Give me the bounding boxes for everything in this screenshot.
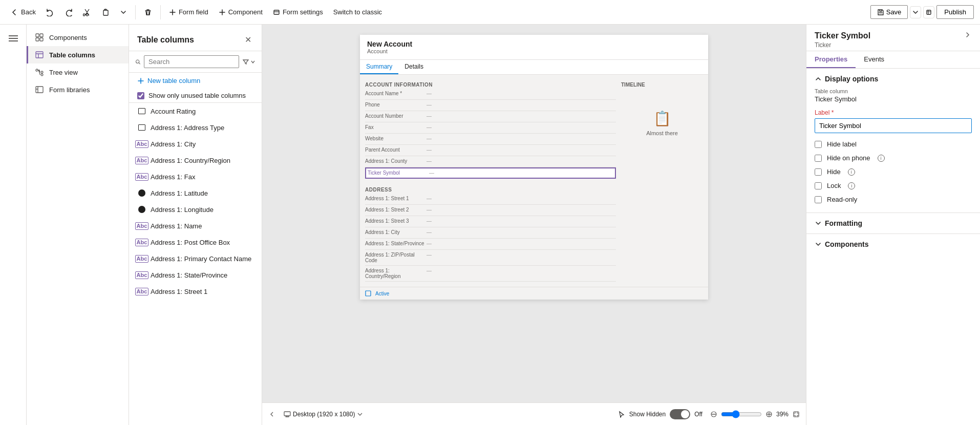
show-hidden-toggle[interactable] xyxy=(670,409,690,419)
right-panel-expand-button[interactable] xyxy=(964,31,972,40)
form-settings-button[interactable]: Form settings xyxy=(269,6,327,18)
nav-table-columns-label: Table columns xyxy=(49,51,95,59)
show-unused-checkbox[interactable] xyxy=(137,92,144,99)
zoom-out-icon[interactable] xyxy=(711,411,717,417)
dropdown-button[interactable] xyxy=(116,7,131,18)
toolbar-right: Save Publish xyxy=(870,5,974,19)
chevron-down-filter-icon xyxy=(250,59,255,65)
desktop-selector[interactable]: Desktop (1920 x 1080) xyxy=(284,411,363,418)
new-column-button[interactable]: New table column xyxy=(129,73,262,89)
filter-button[interactable] xyxy=(242,58,255,66)
zoom-slider[interactable] xyxy=(721,410,762,418)
column-item-address-street1[interactable]: Abc Address 1: Street 1 xyxy=(129,283,262,300)
undo-button[interactable] xyxy=(42,6,58,18)
form-row-account-number: Account Number — xyxy=(365,111,616,122)
nav-components-label: Components xyxy=(49,34,87,41)
lock-checkbox[interactable] xyxy=(815,182,822,189)
delete-button[interactable] xyxy=(140,6,156,18)
nav-item-tree-view[interactable]: Tree view xyxy=(27,63,129,81)
column-item-address-city[interactable]: Abc Address 1: City xyxy=(129,136,262,152)
column-item-address-type[interactable]: Address 1: Address Type xyxy=(129,119,262,136)
column-label: Address 1: Address Type xyxy=(151,124,253,132)
column-item-address-fax[interactable]: Abc Address 1: Fax ··· xyxy=(129,168,262,185)
formatting-section: Formatting xyxy=(806,213,980,233)
back-button[interactable]: Back xyxy=(6,6,40,18)
nav-item-table-columns[interactable]: Table columns xyxy=(27,46,129,63)
cursor-icon xyxy=(618,411,625,418)
form-field-button[interactable]: Form field xyxy=(165,6,212,18)
redo-icon xyxy=(65,8,73,16)
nav-item-form-libraries[interactable]: Form libraries xyxy=(27,81,129,98)
read-only-option: Read-only xyxy=(815,193,972,206)
tab-events[interactable]: Events xyxy=(856,51,892,68)
form-tab-summary[interactable]: Summary xyxy=(360,60,398,74)
display-options-header[interactable]: Display options xyxy=(815,75,972,83)
nav-item-components[interactable]: Components xyxy=(27,29,129,46)
form-row-address-county: Address 1: County — xyxy=(365,156,616,167)
zoom-in-icon[interactable] xyxy=(766,411,772,417)
label-text: Label xyxy=(815,109,829,116)
form-row-label: Website xyxy=(365,136,427,142)
hide-on-phone-option: Hide on phone i xyxy=(815,151,972,165)
show-unused-row[interactable]: Show only unused table columns xyxy=(129,89,262,103)
publish-expand-button[interactable] xyxy=(923,6,934,18)
hide-on-phone-info-icon[interactable]: i xyxy=(878,155,885,162)
svg-rect-2 xyxy=(927,10,931,14)
form-row-ticker-symbol[interactable]: Ticker Symbol — xyxy=(365,167,616,179)
hide-label-checkbox[interactable] xyxy=(815,141,822,148)
publish-button[interactable]: Publish xyxy=(936,5,974,19)
hide-checkbox[interactable] xyxy=(815,168,822,176)
formatting-header[interactable]: Formatting xyxy=(815,219,972,227)
back-label: Back xyxy=(21,8,36,16)
form-row-value: — xyxy=(427,207,432,214)
canvas-area: New Account Account Summary Details ACCO… xyxy=(262,25,806,425)
column-icon-select-2 xyxy=(137,123,146,132)
column-item-address-country[interactable]: Abc Address 1: Country/Region xyxy=(129,152,262,168)
form-row-label: Parent Account xyxy=(365,147,427,154)
fit-screen-icon[interactable] xyxy=(793,411,800,418)
form-tab-details[interactable]: Details xyxy=(398,60,430,74)
form-row-value: — xyxy=(427,268,432,279)
column-item-address-longitude[interactable]: Address 1: Longitude xyxy=(129,201,262,218)
form-row-label: Address 1: Street 3 xyxy=(365,218,427,225)
form-title: New Account xyxy=(367,40,701,48)
column-item-address-po-box[interactable]: Abc Address 1: Post Office Box xyxy=(129,234,262,250)
main-area: Components Table columns Tree view Form … xyxy=(0,25,980,425)
redo-button[interactable] xyxy=(60,6,77,18)
form-row-fax: Fax — xyxy=(365,122,616,134)
column-item-address-state[interactable]: Abc Address 1: State/Province xyxy=(129,267,262,283)
lock-info-icon[interactable]: i xyxy=(848,182,855,189)
label-input[interactable] xyxy=(815,118,972,133)
almost-there-text: Almost there xyxy=(646,130,678,136)
form-row-street3: Address 1: Street 3 — xyxy=(365,216,616,227)
monitor-icon xyxy=(284,411,291,418)
column-item-address-name[interactable]: Abc Address 1: Name xyxy=(129,218,262,234)
paste-button[interactable] xyxy=(97,6,114,18)
tab-properties[interactable]: Properties xyxy=(806,51,856,68)
components-header[interactable]: Components xyxy=(815,240,972,248)
form-row-value: — xyxy=(427,91,432,97)
column-label: Address 1: Name xyxy=(151,222,253,230)
delete-icon xyxy=(144,8,152,16)
hamburger-button[interactable] xyxy=(5,29,22,48)
right-panel: Ticker Symbol Ticker Properties Events D… xyxy=(806,25,980,425)
switch-classic-button[interactable]: Switch to classic xyxy=(329,6,386,18)
column-item-account-rating[interactable]: Account Rating xyxy=(129,103,262,119)
read-only-text: Read-only xyxy=(827,196,857,203)
column-item-address-primary-contact[interactable]: Abc Address 1: Primary Contact Name xyxy=(129,250,262,267)
svg-rect-17 xyxy=(794,412,799,417)
hide-on-phone-checkbox[interactable] xyxy=(815,155,822,162)
form-row-value: — xyxy=(427,124,432,131)
search-input[interactable] xyxy=(144,55,239,68)
form-row-label: Address 1: Street 1 xyxy=(365,196,427,202)
column-item-address-latitude[interactable]: Address 1: Latitude xyxy=(129,185,262,201)
component-button[interactable]: Component xyxy=(215,6,267,18)
cut-button[interactable] xyxy=(79,6,95,18)
hide-info-icon[interactable]: i xyxy=(848,168,855,176)
display-options-title: Display options xyxy=(825,75,878,83)
save-button[interactable]: Save xyxy=(870,5,908,19)
close-panel-button[interactable]: ✕ xyxy=(243,33,253,47)
save-dropdown-button[interactable] xyxy=(910,6,921,18)
read-only-checkbox[interactable] xyxy=(815,196,822,203)
column-label: Address 1: Country/Region xyxy=(151,157,253,164)
